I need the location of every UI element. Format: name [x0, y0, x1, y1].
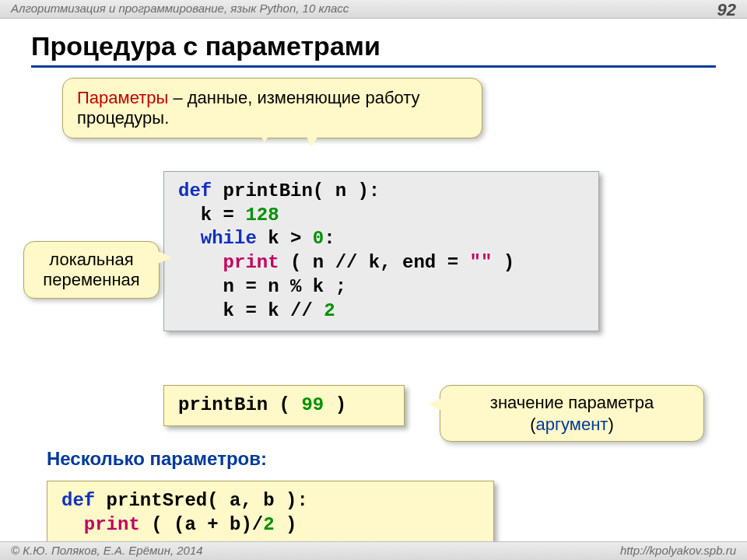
callout-local-var-tail	[158, 251, 172, 264]
code-printsred: def printSred( a, b ): print ( (a + b)/2…	[47, 481, 494, 545]
title-rule	[31, 65, 716, 68]
code-procedure: def printBin( n ): k = 128 while k > 0: …	[163, 171, 599, 331]
callout-parameters-hl: Параметры	[77, 88, 168, 107]
subheading: Несколько параметров:	[47, 448, 267, 470]
footer-authors: © К.Ю. Поляков, Е.А. Ерёмин, 2014	[11, 544, 203, 558]
code-call: printBin ( 99 )	[163, 385, 405, 426]
callout-local-var-l2: переменная	[43, 270, 139, 289]
callout-parameters-tail	[257, 130, 272, 142]
callout-argument-l1: значение параметра	[490, 393, 654, 412]
footer-link[interactable]: http://kpolyakov.spb.ru	[620, 544, 736, 558]
callout-argument: значение параметра (аргумент)	[440, 385, 704, 442]
page-number: 92	[717, 0, 736, 20]
course-title: Алгоритмизация и программирование, язык …	[11, 2, 349, 15]
slide-title: Процедура с параметрами	[31, 31, 381, 61]
callout-local-var-l1: локальная	[49, 250, 133, 269]
callout-argument-hl: аргумент	[536, 415, 608, 434]
callout-parameters: Параметры – данные, изменяющие работу пр…	[62, 78, 482, 138]
callout-local-var: локальная переменная	[23, 241, 160, 299]
callout-parameters-tail2	[303, 130, 322, 147]
callout-argument-tail	[428, 398, 442, 411]
header-bar: Алгоритмизация и программирование, язык …	[0, 0, 747, 19]
footer-bar: © К.Ю. Поляков, Е.А. Ерёмин, 2014 http:/…	[0, 541, 747, 560]
